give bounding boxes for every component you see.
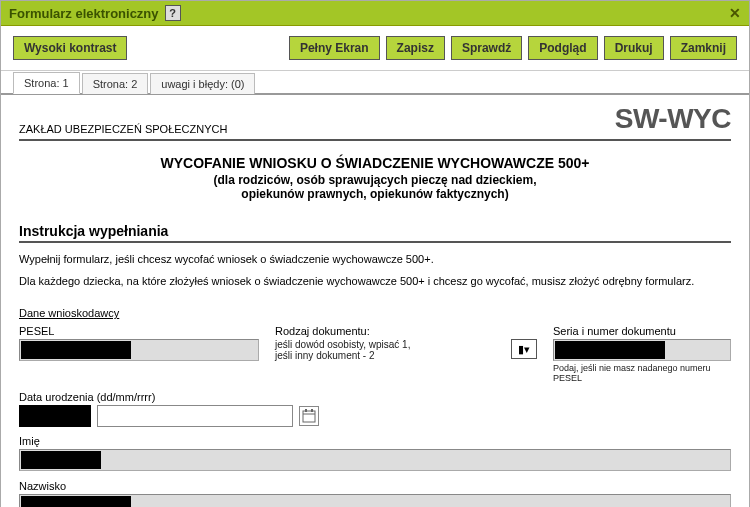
window-title: Formularz elektroniczny <box>9 6 159 21</box>
lastname-label: Nazwisko <box>19 480 731 492</box>
form-subtitle-2: opiekunów prawnych, opiekunów faktycznyc… <box>19 187 731 201</box>
form-window: Formularz elektroniczny ? ✕ Wysoki kontr… <box>0 0 750 507</box>
svg-rect-3 <box>311 409 313 412</box>
svg-rect-2 <box>305 409 307 412</box>
doctype-hint-2: jeśli inny dokument - 2 <box>275 350 495 361</box>
tab-page-2[interactable]: Strona: 2 <box>82 73 149 94</box>
form-title-block: WYCOFANIE WNIOSKU O ŚWIADCZENIE WYCHOWAW… <box>19 155 731 201</box>
titlebar: Formularz elektroniczny ? ✕ <box>1 1 749 26</box>
pesel-input[interactable] <box>19 339 259 361</box>
tabbar: Strona: 1 Strona: 2 uwagi i błędy: (0) <box>1 71 749 95</box>
svg-rect-0 <box>303 411 315 422</box>
dob-label: Data urodzenia (dd/mm/rrrr) <box>19 391 319 403</box>
toolbar: Wysoki kontrast Pełny Ekran Zapisz Spraw… <box>1 26 749 71</box>
doctype-dropdown[interactable]: ▮▾ <box>511 339 537 359</box>
print-button[interactable]: Drukuj <box>604 36 664 60</box>
calendar-icon[interactable] <box>299 406 319 426</box>
serial-input[interactable] <box>553 339 731 361</box>
applicant-heading: Dane wnioskodawcy <box>19 307 731 319</box>
doctype-hint-1: jeśli dowód osobisty, wpisać 1, <box>275 339 495 350</box>
doctype-label: Rodzaj dokumentu: <box>275 325 495 337</box>
pesel-label: PESEL <box>19 325 259 337</box>
save-button[interactable]: Zapisz <box>386 36 445 60</box>
dob-redacted <box>19 405 91 427</box>
form-code: SW-WYC <box>615 103 731 135</box>
instructions-p1: Wypełnij formularz, jeśli chcesz wycofać… <box>19 253 731 265</box>
instructions-heading: Instrukcja wypełniania <box>19 223 731 243</box>
dob-input[interactable] <box>97 405 293 427</box>
help-icon[interactable]: ? <box>165 5 181 21</box>
firstname-input[interactable] <box>19 449 731 471</box>
close-button[interactable]: Zamknij <box>670 36 737 60</box>
institution-name: ZAKŁAD UBEZPIECZEŃ SPOŁECZNYCH <box>19 123 227 135</box>
contrast-button[interactable]: Wysoki kontrast <box>13 36 127 60</box>
close-icon[interactable]: ✕ <box>729 5 741 21</box>
instructions-p2: Dla każdego dziecka, na które złożyłeś w… <box>19 275 731 287</box>
serial-hint: Podaj, jeśli nie masz nadanego numeru PE… <box>553 363 731 383</box>
preview-button[interactable]: Podgląd <box>528 36 597 60</box>
form-content[interactable]: ZAKŁAD UBEZPIECZEŃ SPOŁECZNYCH SW-WYC WY… <box>1 95 749 507</box>
check-button[interactable]: Sprawdź <box>451 36 522 60</box>
fullscreen-button[interactable]: Pełny Ekran <box>289 36 380 60</box>
tab-errors[interactable]: uwagi i błędy: (0) <box>150 73 255 94</box>
firstname-label: Imię <box>19 435 731 447</box>
tab-page-1[interactable]: Strona: 1 <box>13 72 80 94</box>
lastname-input[interactable] <box>19 494 731 507</box>
form-title: WYCOFANIE WNIOSKU O ŚWIADCZENIE WYCHOWAW… <box>19 155 731 171</box>
form-subtitle-1: (dla rodziców, osób sprawujących pieczę … <box>19 173 731 187</box>
serial-label: Seria i numer dokumentu <box>553 325 731 337</box>
